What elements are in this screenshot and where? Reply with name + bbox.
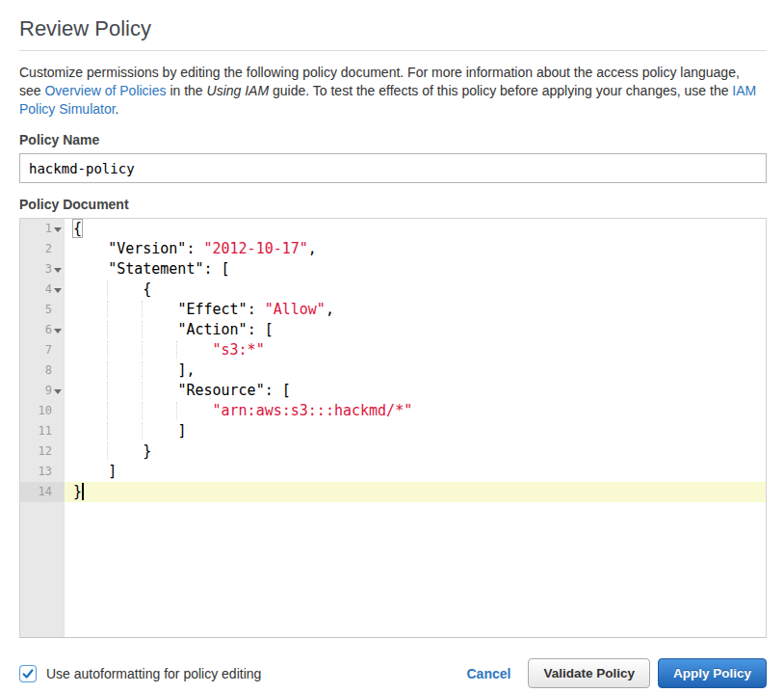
- apply-policy-button[interactable]: Apply Policy: [658, 658, 767, 688]
- line-number: 14: [20, 482, 65, 502]
- editor-line[interactable]: 7 "s3:*": [20, 340, 766, 360]
- intro-segment-2: in the: [167, 83, 207, 98]
- policy-document-editor[interactable]: 1{2 "Version": "2012-10-17",3 "Statement…: [19, 218, 767, 638]
- line-number: 2: [20, 239, 65, 259]
- fold-toggle-icon[interactable]: [54, 329, 62, 333]
- validate-policy-button[interactable]: Validate Policy: [528, 658, 650, 688]
- fold-toggle-icon[interactable]: [54, 227, 62, 232]
- code-line-text[interactable]: {: [65, 219, 766, 239]
- editor-content[interactable]: 1{2 "Version": "2012-10-17",3 "Statement…: [20, 219, 766, 502]
- editor-line[interactable]: 4 {: [20, 280, 766, 300]
- editor-line[interactable]: 12 }: [20, 441, 766, 462]
- autoformat-checkbox[interactable]: [19, 665, 37, 682]
- code-line-text[interactable]: "arn:aws:s3:::hackmd/*": [65, 401, 766, 421]
- policy-name-label: Policy Name: [19, 132, 767, 147]
- code-line-text[interactable]: "Statement": [: [65, 259, 766, 280]
- using-iam-guide-title: Using IAM: [207, 83, 270, 98]
- action-buttons: Cancel Validate Policy Apply Policy: [467, 658, 768, 688]
- editor-line[interactable]: 14}: [20, 482, 766, 502]
- line-number: 4: [20, 280, 65, 300]
- code-line-text[interactable]: "s3:*": [65, 340, 766, 360]
- code-line-text[interactable]: "Effect": "Allow",: [65, 300, 766, 320]
- line-number: 7: [20, 340, 65, 360]
- line-number: 10: [20, 401, 65, 421]
- line-number: 13: [20, 462, 65, 482]
- checkmark-icon: [21, 667, 35, 680]
- intro-text: Customize permissions by editing the fol…: [19, 64, 761, 119]
- review-policy-page: Review Policy Customize permissions by e…: [0, 0, 784, 688]
- autoformat-label: Use autoformatting for policy editing: [46, 666, 261, 681]
- fold-toggle-icon[interactable]: [54, 268, 62, 273]
- editor-line[interactable]: 6 "Action": [: [20, 320, 766, 340]
- line-number: 11: [20, 421, 65, 441]
- editor-line[interactable]: 11 ]: [20, 421, 766, 441]
- intro-segment-4: .: [116, 101, 119, 117]
- code-line-text[interactable]: ]: [65, 421, 766, 441]
- line-number: 9: [20, 381, 65, 401]
- editor-line[interactable]: 5 "Effect": "Allow",: [20, 300, 766, 320]
- line-number: 1: [20, 219, 65, 239]
- editor-line[interactable]: 2 "Version": "2012-10-17",: [20, 239, 766, 259]
- line-number: 8: [20, 360, 65, 381]
- code-line-text[interactable]: }: [65, 441, 766, 462]
- code-line-text[interactable]: "Action": [: [65, 320, 766, 340]
- editor-line[interactable]: 3 "Statement": [: [20, 259, 766, 280]
- line-number: 12: [20, 441, 65, 462]
- code-line-text[interactable]: }: [65, 482, 766, 502]
- code-line-text[interactable]: ],: [65, 360, 766, 381]
- editor-line[interactable]: 1{: [20, 219, 766, 239]
- text-cursor: [82, 483, 84, 500]
- editor-line[interactable]: 9 "Resource": [: [20, 381, 766, 401]
- line-number: 5: [20, 300, 65, 320]
- cancel-link[interactable]: Cancel: [467, 666, 511, 681]
- intro-segment-3: guide. To test the effects of this polic…: [269, 83, 732, 98]
- editor-line[interactable]: 8 ],: [20, 360, 766, 381]
- editor-line[interactable]: 10 "arn:aws:s3:::hackmd/*": [20, 401, 766, 421]
- footer-bar: Use autoformatting for policy editing Ca…: [19, 658, 767, 688]
- autoformat-option: Use autoformatting for policy editing: [19, 665, 261, 682]
- title-divider: [19, 50, 767, 51]
- page-title: Review Policy: [19, 16, 767, 41]
- code-line-text[interactable]: {: [65, 280, 766, 300]
- code-line-text[interactable]: "Version": "2012-10-17",: [65, 239, 766, 259]
- line-number: 6: [20, 320, 65, 340]
- policy-document-label: Policy Document: [19, 197, 767, 212]
- editor-line[interactable]: 13 ]: [20, 462, 766, 482]
- overview-of-policies-link[interactable]: Overview of Policies: [44, 83, 166, 98]
- code-line-text[interactable]: "Resource": [: [65, 381, 766, 401]
- code-line-text[interactable]: ]: [65, 462, 766, 482]
- fold-toggle-icon[interactable]: [54, 288, 62, 293]
- fold-toggle-icon[interactable]: [54, 389, 62, 394]
- policy-name-input[interactable]: [19, 153, 767, 183]
- line-number: 3: [20, 259, 65, 280]
